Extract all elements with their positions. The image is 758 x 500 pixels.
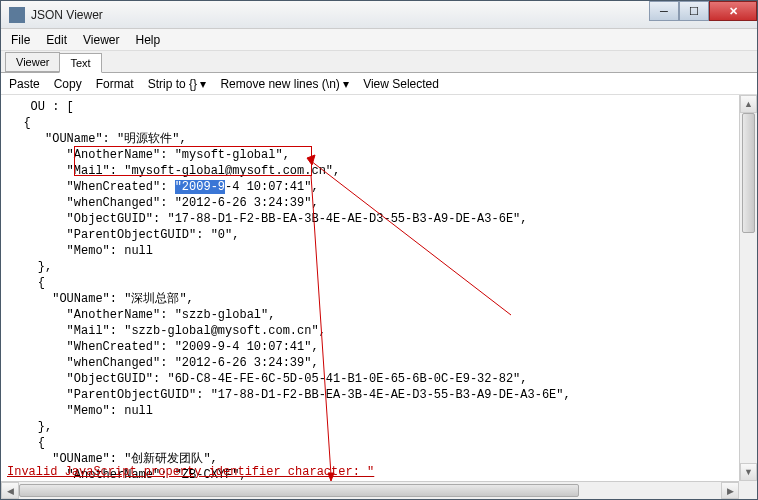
content-area: OU : [ { "OUName": "明源软件", "AnotherName"… bbox=[1, 95, 757, 499]
horizontal-scroll-thumb[interactable] bbox=[19, 484, 579, 497]
main-window: JSON Viewer ─ ☐ ✕ File Edit Viewer Help … bbox=[0, 0, 758, 500]
tab-viewer[interactable]: Viewer bbox=[5, 52, 60, 72]
maximize-button[interactable]: ☐ bbox=[679, 1, 709, 21]
toolbar-paste[interactable]: Paste bbox=[9, 77, 40, 91]
titlebar[interactable]: JSON Viewer ─ ☐ ✕ bbox=[1, 1, 757, 29]
scroll-left-arrow[interactable]: ◀ bbox=[1, 482, 19, 499]
toolbar-remove-newlines[interactable]: Remove new lines (\n) ▾ bbox=[220, 77, 349, 91]
menu-edit[interactable]: Edit bbox=[46, 33, 67, 47]
menu-help[interactable]: Help bbox=[136, 33, 161, 47]
scroll-right-arrow[interactable]: ▶ bbox=[721, 482, 739, 499]
vertical-scroll-thumb[interactable] bbox=[742, 113, 755, 233]
menu-viewer[interactable]: Viewer bbox=[83, 33, 119, 47]
toolbar-strip[interactable]: Strip to {} ▾ bbox=[148, 77, 207, 91]
menu-file[interactable]: File bbox=[11, 33, 30, 47]
tab-text[interactable]: Text bbox=[59, 53, 101, 73]
scroll-up-arrow[interactable]: ▲ bbox=[740, 95, 757, 113]
toolbar-view-selected[interactable]: View Selected bbox=[363, 77, 439, 91]
vertical-scrollbar[interactable]: ▲ ▼ bbox=[739, 95, 757, 481]
window-title: JSON Viewer bbox=[31, 8, 649, 22]
minimize-button[interactable]: ─ bbox=[649, 1, 679, 21]
menubar: File Edit Viewer Help bbox=[1, 29, 757, 51]
json-text-area[interactable]: OU : [ { "OUName": "明源软件", "AnotherName"… bbox=[1, 95, 739, 481]
scrollbar-corner bbox=[739, 481, 757, 499]
error-status: Invalid JavaScript property identifier c… bbox=[7, 465, 374, 479]
scroll-down-arrow[interactable]: ▼ bbox=[740, 463, 757, 481]
toolbar: Paste Copy Format Strip to {} ▾ Remove n… bbox=[1, 73, 757, 95]
app-icon bbox=[9, 7, 25, 23]
toolbar-format[interactable]: Format bbox=[96, 77, 134, 91]
window-controls: ─ ☐ ✕ bbox=[649, 1, 757, 28]
close-button[interactable]: ✕ bbox=[709, 1, 757, 21]
horizontal-scrollbar[interactable]: ◀ ▶ bbox=[1, 481, 739, 499]
toolbar-copy[interactable]: Copy bbox=[54, 77, 82, 91]
tabbar: Viewer Text bbox=[1, 51, 757, 73]
